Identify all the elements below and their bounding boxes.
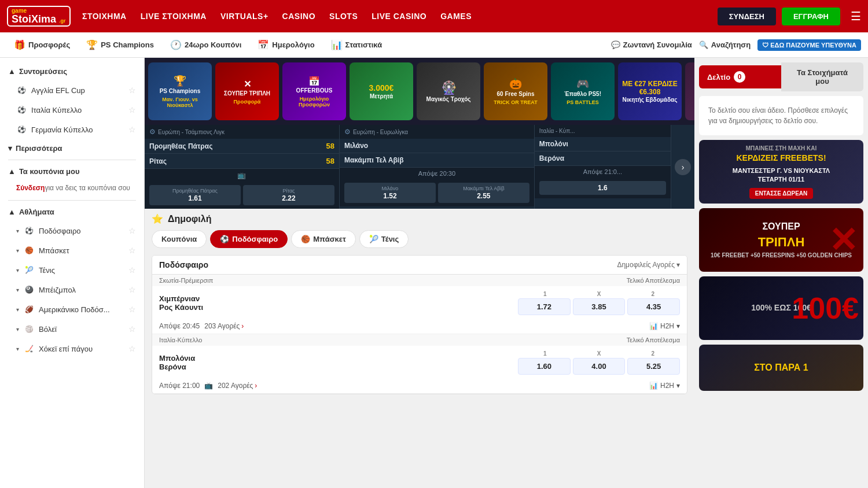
match1-odd2-button[interactable]: Ρίτας 2.22	[243, 185, 334, 205]
match-1-team1: Χιμπέρνιαν	[159, 294, 513, 303]
chevron-up-icon: ▲	[8, 67, 16, 76]
betslip-button[interactable]: Δελτίο 0	[699, 65, 781, 88]
match-row-1-footer: Απόψε 20:45 203 Αγορές › 📊 Η2Η ▾	[152, 320, 687, 334]
more-section[interactable]: ▾ Περισσότερα	[0, 139, 144, 157]
match2-odd1-bet-button[interactable]: 1.60	[518, 358, 571, 375]
promo-banner-freebets[interactable]: ΜΠΑΙΝΕΙΣ ΣΤΗ ΜΑΧΗ ΚΑΙ ΚΕΡΔΙΖΕΙΣ FREEBETS…	[699, 140, 863, 204]
h2h-button-1[interactable]: 📊 Η2Η ▾	[649, 322, 680, 330]
sidebar-item-tennis[interactable]: ▾ 🎾 Τένις ☆	[0, 260, 144, 280]
sort-button[interactable]: Δημοφιλείς Αγορές ▾	[617, 261, 680, 269]
nav-link-games[interactable]: GAMES	[440, 12, 472, 21]
football-table: Ποδόσφαιρο Δημοφιλείς Αγορές ▾ Σκωτία-Πρ…	[152, 255, 687, 394]
nav-link-slots[interactable]: SLOTS	[329, 12, 358, 21]
nav-link-live-casino[interactable]: LIVE CASINO	[372, 12, 426, 21]
football-label: Ποδόσφαιρο	[39, 227, 81, 235]
match1-odd2-bet-button[interactable]: 4.35	[627, 298, 680, 315]
tab-football[interactable]: ⚽ Ποδόσφαιρο	[210, 230, 288, 248]
promo-card-ps5[interactable]: 🎮 Έπαθλο PS5! PS BATTLES	[551, 62, 615, 120]
promo-banner-super-triple[interactable]: ΣΟΥΠΕΡ ΤΡΙΠΛΗ 10€ FREEBET +50 FREESPINS …	[699, 208, 863, 272]
match2-odd2-bet-button[interactable]: 5.25	[627, 358, 680, 375]
american-football-icon: 🏈	[24, 304, 34, 315]
login-link[interactable]: Σύνδεση	[16, 184, 45, 192]
tennis-icon: 🎾	[24, 265, 34, 275]
my-coupons-section[interactable]: ▲ Τα κουπόνια μου	[0, 162, 144, 180]
match3-odd1-button[interactable]: 1.6	[539, 181, 666, 195]
promo-card-offerbonus[interactable]: 📅 OFFERBOUS Ημερολόγιο Προσφορών	[282, 62, 346, 120]
bar-chart-icon: 📊	[649, 322, 658, 330]
sec-nav-coupon[interactable]: 🕐 24ωρο Κουπόνι	[163, 36, 248, 54]
search-icon: 🔍	[699, 40, 708, 49]
promo-card-ps-champions[interactable]: 🏆 PS Champions Μαν. Γιουν. vs Νιούκαστλ	[148, 62, 212, 120]
sidebar-item-football[interactable]: ▾ ⚽ Ποδόσφαιρο ☆	[0, 221, 144, 241]
match1-odd1-button[interactable]: Προμηθέας Πάτρας 1.61	[149, 185, 241, 205]
promo-card-winner[interactable]: ΜΕ €27 ΚΕΡΔΙΣΕ €6.308 Νικητής Εβδομάδας	[618, 62, 682, 120]
match1-oddX-bet-button[interactable]: 3.85	[573, 298, 626, 315]
sidebar-item-germany-cup[interactable]: ⚽ Γερμανία Κύπελλο ☆	[0, 120, 144, 139]
promo-banner-100percent[interactable]: 100% ΕΩΣ 100€ 100€	[699, 276, 863, 340]
match2-oddX-bet-button[interactable]: 4.00	[573, 358, 626, 375]
secondary-navigation: 🎁 Προσφορές 🏆 PS Champions 🕐 24ωρο Κουπό…	[0, 32, 868, 58]
chevron-down-h2h-icon-2: ▾	[676, 382, 680, 390]
match1-odd1-bet-button[interactable]: 1.72	[518, 298, 571, 315]
oddX-label-2: Χ	[572, 350, 626, 357]
live-match-1: ⚙ Ευρώπη - Τσάμπιονς Λιγκ Προμηθέας Πάτρ…	[145, 125, 340, 209]
promo-card-super-triple[interactable]: ✕ ΣΟΥΠΕΡ ΤΡΙΠΛΗ Προσφορά	[215, 62, 279, 120]
sports-section[interactable]: ▲ Αθλήματα	[0, 203, 144, 221]
match3-team1: Μπολόνι	[539, 140, 666, 148]
banner-freebets-cta[interactable]: ΕΝΤΑΣΣΕ ΔΩΡΕΑΝ	[749, 188, 814, 199]
competition-1-label: Σκωτία-Πρέμιερσιπ	[159, 277, 213, 284]
sidebar-item-basketball[interactable]: ▾ 🏀 Μπάσκετ ☆	[0, 241, 144, 260]
sidebar-item-baseball[interactable]: ▾ 🎱 Μπέιζμπολ ☆	[0, 280, 144, 300]
match-1-team2: Ρος Κάουντι	[159, 303, 513, 312]
betslip-label: Δελτίο	[707, 73, 730, 82]
match1-markets-link[interactable]: 203 Αγορές ›	[204, 322, 244, 330]
h2h-button-2[interactable]: 📊 Η2Η ▾	[649, 382, 680, 390]
sidebar-item-american-football[interactable]: ▾ 🏈 Αμερικάνικο Ποδόσ... ☆	[0, 300, 144, 319]
live-chat-button[interactable]: 💬 Ζωντανή Συνομιλία	[611, 40, 692, 49]
search-button[interactable]: 🔍 Αναζήτηση	[699, 40, 751, 49]
nav-link-virtuals[interactable]: VIRTUALS+	[220, 12, 269, 21]
register-button[interactable]: ΕΓΓΡΑΦΗ	[782, 8, 840, 25]
promo-card-3000[interactable]: 3.000€ Μετρητά	[350, 62, 413, 120]
match2-markets-link[interactable]: 202 Αγορές ›	[218, 382, 257, 390]
promo-banner-para1[interactable]: ΣΤΟ ΠΑΡΑ 1	[699, 345, 863, 391]
tab-basketball[interactable]: 🏀 Μπάσκετ	[291, 230, 356, 248]
sidebar-item-volleyball[interactable]: ▾ 🏐 Βόλεϊ ☆	[0, 319, 144, 339]
nav-link-live[interactable]: LIVE ΣΤΟΙΧΗΜΑ	[141, 12, 207, 21]
sidebar-item-hockey[interactable]: ▾ 🏒 Χόκεϊ επί πάγου ☆	[0, 339, 144, 358]
menu-icon[interactable]: ☰	[851, 9, 861, 23]
stats-icon: 📊	[331, 39, 343, 50]
sidebar-item-england-efl[interactable]: ⚽ Αγγλία EFL Cup ☆	[0, 80, 144, 100]
sidebar-item-italy-cup[interactable]: ⚽ Ιταλία Κύπελλο ☆	[0, 100, 144, 120]
nav-link-casino[interactable]: CASINO	[282, 12, 315, 21]
chevron-down-icon-2: ▾	[16, 228, 19, 234]
sec-nav-stats[interactable]: 📊 Στατιστικά	[324, 36, 389, 54]
sec-nav-calendar[interactable]: 📅 Ημερολόγιο	[251, 36, 321, 54]
login-button[interactable]: ΣΥΝΔΕΣΗ	[718, 8, 776, 25]
odd1-label: 1	[518, 291, 572, 297]
nav-link-stoixima[interactable]: ΣΤΟΙΧΗΜΑ	[82, 12, 127, 21]
logo[interactable]: game StoiXima .gr	[7, 6, 71, 27]
match2-odd1-label: Μιλάνο	[347, 186, 433, 191]
promo-card-wheel[interactable]: 🎡 Μαγικός Τροχός	[417, 62, 480, 120]
matches-next-button[interactable]: ›	[675, 159, 691, 175]
chevron-down-sort-icon: ▾	[676, 261, 680, 269]
promo-card-freespins[interactable]: 🎃 60 Free Spins TRICK OR TREAT	[484, 62, 547, 120]
tab-tennis[interactable]: 🎾 Τένις	[359, 230, 409, 248]
sec-nav-right: 💬 Ζωντανή Συνομιλία 🔍 Αναζήτηση 🛡 ΕΔΩ ΠΑ…	[611, 39, 861, 51]
match2-odd1-button[interactable]: Μιλάνο 1.52	[344, 183, 436, 203]
football-icon-2: ⚽	[16, 105, 27, 115]
popular-header: ⭐ Δημοφιλή	[152, 213, 687, 224]
right-panel: Δελτίο 0 Τα Στοιχήματά μου Το δελτίο σου…	[694, 58, 868, 488]
shortcuts-section[interactable]: ▲ Συντομεύσεις	[0, 62, 144, 80]
match1-league: Ευρώπη - Τσάμπιονς Λιγκ	[158, 129, 225, 135]
promo-card-pragmatic[interactable]: 🎰 Pragmatic Buy Bonus	[685, 62, 694, 120]
my-coupons-label: Τα κουπόνια μου	[19, 167, 80, 176]
match2-odd2-button[interactable]: Μακάμπι Τελ Αβίβ 2.55	[438, 183, 529, 203]
sec-nav-ps-champions[interactable]: 🏆 PS Champions	[79, 36, 161, 54]
tab-coupons[interactable]: Κουπόνια	[152, 230, 207, 248]
bar-chart-icon-2: 📊	[649, 382, 658, 390]
arrow-icon-1: ›	[241, 322, 244, 330]
sec-nav-offers[interactable]: 🎁 Προσφορές	[7, 36, 77, 54]
my-bets-button[interactable]: Τα Στοιχήματά μου	[781, 62, 863, 91]
